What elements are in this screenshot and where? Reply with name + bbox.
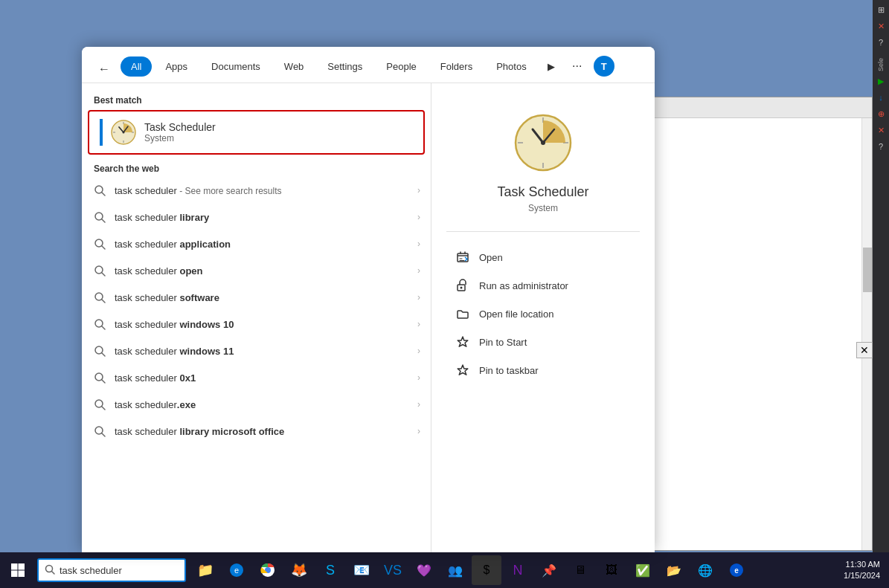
start-button[interactable] (3, 555, 33, 585)
web-item-open[interactable]: task scheduler open › (82, 257, 431, 284)
tab-people[interactable]: People (376, 56, 426, 77)
search-icon-5 (92, 343, 107, 358)
best-match-label: Best match (82, 92, 431, 110)
web-item-windows11[interactable]: task scheduler windows 11 › (82, 337, 431, 364)
close-bg-window-button[interactable]: ✕ (856, 342, 873, 358)
action-pin-taskbar[interactable]: Pin to taskbar (446, 357, 640, 384)
task-scheduler-icon (110, 119, 137, 146)
search-right-panel: Task Scheduler System Open (431, 83, 655, 552)
search-icon-8 (92, 424, 107, 439)
web-item-library[interactable]: task scheduler library › (82, 204, 431, 230)
taskbar-chrome[interactable] (253, 555, 283, 585)
search-icon-1 (92, 236, 107, 251)
svg-line-44 (52, 571, 55, 574)
arrow-5: › (417, 346, 420, 356)
best-match-item[interactable]: Task Scheduler System (88, 110, 425, 155)
tab-play[interactable]: ▶ (540, 56, 562, 77)
taskbar-sticky[interactable]: 📌 (534, 555, 564, 585)
best-match-name: Task Scheduler (144, 121, 216, 133)
back-button[interactable]: ← (94, 59, 115, 80)
web-item-windows10[interactable]: task scheduler windows 10 › (82, 311, 431, 337)
sidebar-sele[interactable]: Sele (874, 58, 888, 71)
action-open[interactable]: Open (446, 244, 640, 271)
bg-scrollbar-thumb[interactable] (863, 248, 872, 292)
taskbar-file-mgr[interactable]: 📂 (659, 555, 689, 585)
tab-web[interactable]: Web (274, 56, 315, 77)
web-item-windows11-text: task scheduler windows 11 (115, 346, 410, 357)
arrow-4: › (417, 319, 420, 329)
svg-rect-41 (11, 571, 18, 578)
taskbar-search-text[interactable]: task scheduler (60, 565, 122, 576)
right-sidebar: ⊞ ✕ ? Sele ▶ ↓ ⊕ ✕ ? (873, 0, 889, 588)
taskbar-network[interactable]: 🌐 (690, 555, 720, 585)
taskbar-firefox[interactable]: 🦊 (284, 555, 314, 585)
sidebar-icon-help[interactable]: ? (874, 140, 888, 153)
sidebar-icon-2[interactable]: ✕ (874, 19, 888, 33)
taskbar-vs[interactable]: 💜 (409, 555, 439, 585)
taskbar-search-box[interactable]: task scheduler (37, 558, 186, 582)
taskbar-terminal[interactable]: $ (472, 555, 501, 585)
arrow-1: › (417, 239, 420, 249)
tab-apps[interactable]: Apps (155, 56, 198, 77)
taskbar-file-explorer[interactable]: 📁 (190, 555, 220, 585)
taskbar-vscode[interactable]: VS (378, 555, 408, 585)
web-item-windows10-text: task scheduler windows 10 (115, 319, 410, 330)
tab-settings[interactable]: Settings (317, 56, 373, 77)
svg-rect-42 (19, 571, 25, 578)
search-icon-2 (92, 263, 107, 278)
taskbar-skype[interactable]: S (315, 555, 345, 585)
user-icon-button[interactable]: T (594, 56, 614, 77)
web-item-0x1[interactable]: task scheduler 0x1 › (82, 364, 431, 391)
search-icon-main (92, 183, 107, 198)
pin-taskbar-icon (455, 363, 470, 378)
arrow-8: › (417, 426, 420, 436)
arrow-7: › (417, 399, 420, 410)
web-main-search-item[interactable]: task scheduler - See more search results… (82, 177, 431, 204)
search-icon-3 (92, 290, 107, 305)
action-pin-start[interactable]: Pin to Start (446, 329, 640, 355)
taskbar-green-check[interactable]: ✅ (628, 555, 658, 585)
svg-text:e: e (734, 566, 739, 575)
sidebar-icon-1[interactable]: ⊞ (874, 3, 888, 16)
search-icon-0 (92, 210, 107, 224)
arrow-2: › (417, 265, 420, 276)
sidebar-icon-3[interactable]: ? (874, 36, 888, 49)
web-item-library-ms[interactable]: task scheduler library microsoft office … (82, 418, 431, 445)
bg-scrollbar-v[interactable] (861, 118, 872, 550)
svg-rect-39 (11, 563, 18, 570)
taskbar-edge2[interactable]: e (722, 555, 751, 585)
tab-more-button[interactable]: ··· (567, 56, 588, 77)
svg-line-27 (102, 433, 105, 436)
action-run-admin[interactable]: Run as administrator (446, 272, 640, 299)
web-item-software[interactable]: task scheduler software › (82, 284, 431, 311)
svg-line-23 (102, 380, 105, 383)
tab-all[interactable]: All (121, 56, 152, 77)
taskbar-apps: 📁 e 🦊 S 📧 VS 💜 👥 $ N 📌 🖥 🖼 ✅ 📂 🌐 e (190, 555, 751, 585)
svg-line-21 (102, 353, 105, 356)
search-popup: ← All Apps Documents Web Settings People… (82, 47, 655, 552)
sidebar-icon-clock2[interactable]: ⊕ (874, 107, 888, 120)
taskbar-photos[interactable]: 🖼 (597, 555, 626, 585)
best-match-info: Task Scheduler System (144, 121, 216, 143)
arrow-0: › (417, 212, 420, 222)
pin-start-icon (455, 335, 470, 349)
tab-photos[interactable]: Photos (486, 56, 536, 77)
tab-folders[interactable]: Folders (430, 56, 483, 77)
taskbar-edge-chromium[interactable]: e (222, 555, 251, 585)
web-item-exe[interactable]: task scheduler.exe › (82, 391, 431, 418)
arrow-3: › (417, 292, 420, 303)
web-item-exe-text: task scheduler.exe (115, 399, 410, 410)
sidebar-icon-down[interactable]: ↓ (874, 91, 888, 104)
taskbar-onenote[interactable]: N (503, 555, 533, 585)
taskbar-outlook[interactable]: 📧 (347, 555, 376, 585)
sidebar-icon-play[interactable]: ▶ (874, 74, 888, 88)
svg-line-25 (102, 407, 105, 410)
taskbar-teams[interactable]: 👥 (440, 555, 470, 585)
action-pin-start-label: Pin to Start (479, 337, 527, 348)
taskbar-rdp[interactable]: 🖥 (565, 555, 595, 585)
taskbar-search-icon (45, 564, 55, 577)
sidebar-icon-x2[interactable]: ✕ (874, 123, 888, 137)
tab-documents[interactable]: Documents (201, 56, 271, 77)
web-item-application[interactable]: task scheduler application › (82, 230, 431, 257)
action-open-location[interactable]: Open file location (446, 300, 640, 327)
